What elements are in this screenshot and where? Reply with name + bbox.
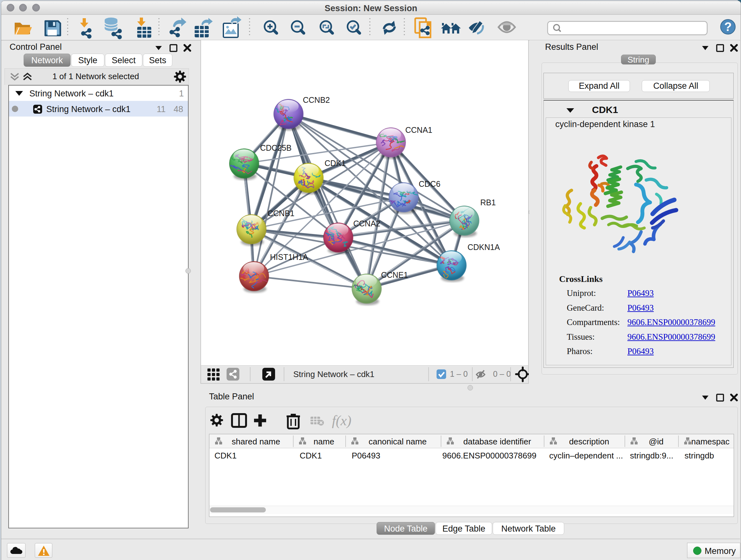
svg-text:CCNA1: CCNA1 bbox=[405, 125, 432, 134]
svg-text:CCNA2: CCNA2 bbox=[353, 219, 381, 228]
svg-text:CCNB1: CCNB1 bbox=[267, 209, 294, 218]
svg-text:CDC25B: CDC25B bbox=[260, 143, 292, 152]
svg-text:CDC6: CDC6 bbox=[419, 179, 441, 188]
svg-text:String Network – cdk1: String Network – cdk1 bbox=[293, 369, 374, 379]
svg-text:?: ? bbox=[724, 20, 731, 34]
svg-text:0 – 0: 0 – 0 bbox=[493, 369, 511, 378]
svg-text:CDK1: CDK1 bbox=[325, 159, 346, 168]
svg-text:CCNB2: CCNB2 bbox=[303, 96, 330, 105]
svg-text:canonical name: canonical name bbox=[368, 437, 427, 446]
svg-text:namespac: namespac bbox=[691, 437, 730, 446]
svg-text:name: name bbox=[313, 437, 334, 446]
svg-text:@id: @id bbox=[649, 437, 664, 446]
svg-text:f(x): f(x) bbox=[332, 413, 351, 428]
svg-text:CDKN1A: CDKN1A bbox=[468, 243, 500, 252]
svg-text:shared name: shared name bbox=[232, 437, 280, 446]
svg-text:1 – 0: 1 – 0 bbox=[450, 369, 468, 378]
svg-text:CCNE1: CCNE1 bbox=[381, 270, 408, 279]
svg-text:HIST1H1A: HIST1H1A bbox=[270, 253, 308, 261]
svg-text:database identifier: database identifier bbox=[463, 437, 531, 446]
svg-text:RB1: RB1 bbox=[480, 198, 496, 207]
svg-text:description: description bbox=[569, 437, 609, 446]
